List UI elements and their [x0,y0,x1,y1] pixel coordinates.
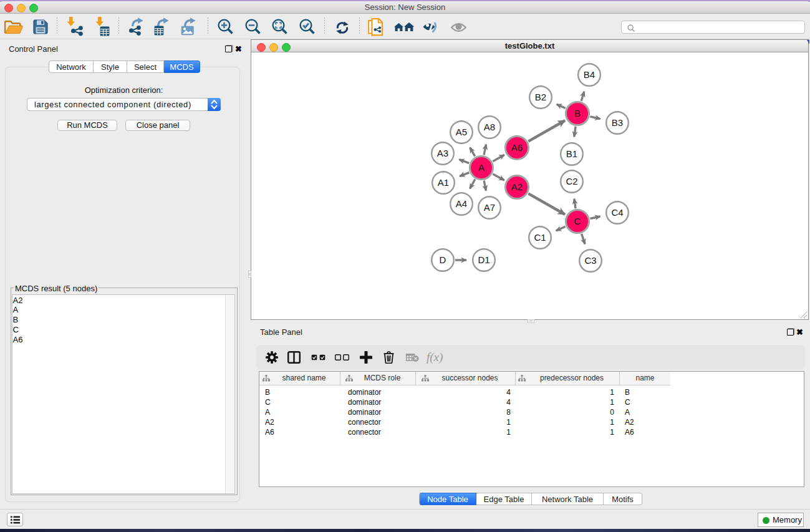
svg-text:A8: A8 [484,122,495,132]
svg-text:A5: A5 [456,127,467,137]
svg-text:B2: B2 [535,92,546,102]
svg-text:C: C [574,216,581,226]
svg-text:C3: C3 [584,255,596,266]
svg-text:A4: A4 [456,198,467,209]
svg-text:A: A [478,162,485,173]
svg-text:D: D [440,254,446,265]
svg-text:C1: C1 [534,232,546,243]
svg-text:D1: D1 [478,254,489,265]
svg-text:A3: A3 [437,148,448,158]
svg-text:A7: A7 [484,202,495,213]
svg-text:C4: C4 [611,207,623,218]
svg-text:A1: A1 [438,177,449,188]
svg-text:B4: B4 [584,69,595,80]
svg-text:B1: B1 [566,148,577,159]
svg-text:B: B [574,108,581,118]
svg-text:B3: B3 [612,117,623,128]
svg-text:A6: A6 [511,142,523,153]
svg-text:C2: C2 [566,176,577,186]
svg-text:A2: A2 [511,181,523,192]
